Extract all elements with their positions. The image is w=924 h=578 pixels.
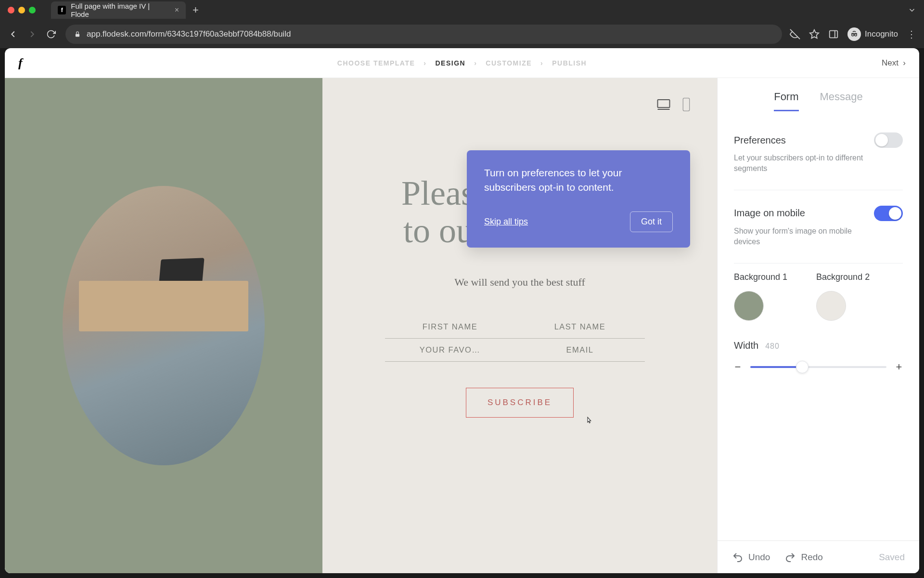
chevron-right-icon: › xyxy=(540,59,543,67)
svg-rect-3 xyxy=(830,31,838,38)
forward-button[interactable] xyxy=(27,29,38,39)
incognito-icon xyxy=(847,27,861,41)
incognito-label: Incognito xyxy=(865,29,898,39)
tab-form[interactable]: Form xyxy=(774,91,798,111)
lock-icon xyxy=(74,31,81,38)
browser-tabs: f Full page with image IV | Flode × + xyxy=(51,1,199,19)
next-button[interactable]: Next › xyxy=(882,58,906,68)
device-preview-toggle xyxy=(656,97,691,112)
eye-off-icon[interactable] xyxy=(790,29,800,39)
last-name-field[interactable]: LAST NAME xyxy=(515,315,645,338)
redo-button[interactable]: Redo xyxy=(784,552,822,563)
tooltip-text: Turn on preferences to let your subscrib… xyxy=(484,166,673,195)
svg-rect-9 xyxy=(683,98,689,111)
bottom-bar: Undo Redo Saved xyxy=(718,540,919,573)
titlebar: f Full page with image IV | Flode × + xyxy=(0,0,924,20)
main-area: FREE Please, subscribe to our newsletter… xyxy=(5,78,919,573)
canvas: FREE Please, subscribe to our newsletter… xyxy=(5,78,717,573)
favorite-field[interactable]: YOUR FAVO… xyxy=(385,339,515,361)
step-publish[interactable]: PUBLISH xyxy=(552,59,587,67)
panel-icon[interactable] xyxy=(828,29,839,39)
image-mobile-desc: Show your form's image on mobile devices xyxy=(734,226,869,248)
setting-preferences: Preferences Let your subscribers opt-in … xyxy=(734,126,903,181)
star-icon[interactable] xyxy=(809,29,820,39)
favicon: f xyxy=(58,6,66,14)
svg-marker-2 xyxy=(810,30,819,38)
bg2-swatch[interactable] xyxy=(816,291,846,321)
width-slider: − + xyxy=(734,361,903,373)
undo-button[interactable]: Undo xyxy=(732,552,770,563)
step-choose-template[interactable]: CHOOSE TEMPLATE xyxy=(337,59,415,67)
form-inputs: FIRST NAME LAST NAME YOUR FAVO… EMAIL xyxy=(385,315,645,362)
app-header: f CHOOSE TEMPLATE › DESIGN › CUSTOMIZE ›… xyxy=(5,48,919,78)
chevron-right-icon: › xyxy=(474,59,477,67)
desktop-preview-icon[interactable] xyxy=(656,97,671,112)
subscribe-button[interactable]: SUBSCRIBE xyxy=(466,388,574,418)
tab-title: Full page with image IV | Flode xyxy=(71,2,166,18)
close-window-button[interactable] xyxy=(8,7,14,13)
tabs-dropdown-icon[interactable] xyxy=(908,6,916,14)
app-window: f CHOOSE TEMPLATE › DESIGN › CUSTOMIZE ›… xyxy=(5,48,919,573)
panel-tabs: Form Message xyxy=(718,78,919,111)
width-setting: Width 480 xyxy=(734,340,903,351)
width-label: Width xyxy=(734,340,758,351)
url-text: app.flodesk.com/form/6343c197f60a3ebbf70… xyxy=(87,29,291,39)
menu-button[interactable]: ⋮ xyxy=(907,28,916,40)
image-mobile-title: Image on mobile xyxy=(734,208,805,219)
preferences-title: Preferences xyxy=(734,135,786,146)
image-mobile-toggle[interactable] xyxy=(874,206,903,221)
reload-button[interactable] xyxy=(46,29,58,39)
panel-body: Preferences Let your subscribers opt-in … xyxy=(718,111,919,540)
email-field[interactable]: EMAIL xyxy=(515,339,645,361)
svg-rect-0 xyxy=(76,34,79,37)
tab-message[interactable]: Message xyxy=(820,91,863,111)
bg2-label: Background 2 xyxy=(816,272,870,282)
width-slider-thumb[interactable] xyxy=(796,361,808,373)
preferences-toggle[interactable] xyxy=(874,132,903,148)
bg1-swatch[interactable] xyxy=(734,291,764,321)
back-button[interactable] xyxy=(8,29,19,39)
step-design[interactable]: DESIGN xyxy=(435,59,465,67)
svg-rect-7 xyxy=(658,100,670,107)
settings-panel: Form Message Preferences Let your subscr… xyxy=(717,78,919,573)
preferences-desc: Let your subscribers opt-in to different… xyxy=(734,153,869,174)
width-value: 480 xyxy=(765,342,780,351)
minimize-window-button[interactable] xyxy=(18,7,25,13)
chevron-right-icon: › xyxy=(424,59,426,67)
background-settings: Background 1 Background 2 xyxy=(734,272,903,321)
got-it-button[interactable]: Got it xyxy=(630,211,673,232)
browser-chrome: f Full page with image IV | Flode × + ap… xyxy=(0,0,924,48)
saved-status: Saved xyxy=(879,552,905,563)
browser-tab[interactable]: f Full page with image IV | Flode × xyxy=(51,1,186,19)
maximize-window-button[interactable] xyxy=(29,7,36,13)
divider xyxy=(734,190,903,190)
breadcrumb: CHOOSE TEMPLATE › DESIGN › CUSTOMIZE › P… xyxy=(337,59,587,67)
width-increase-button[interactable]: + xyxy=(895,361,903,373)
svg-point-5 xyxy=(852,34,854,36)
skip-tips-link[interactable]: Skip all tips xyxy=(484,217,528,227)
incognito-badge[interactable]: Incognito xyxy=(847,27,898,41)
logo[interactable]: f xyxy=(18,56,23,70)
cursor-icon xyxy=(585,415,593,426)
step-customize[interactable]: CUSTOMIZE xyxy=(486,59,532,67)
window-controls xyxy=(8,7,36,13)
form-image-panel[interactable] xyxy=(5,78,322,573)
first-name-field[interactable]: FIRST NAME xyxy=(385,315,515,338)
address-bar[interactable]: app.flodesk.com/form/6343c197f60a3ebbf70… xyxy=(65,25,782,44)
setting-image-mobile: Image on mobile Show your form's image o… xyxy=(734,199,903,254)
new-tab-button[interactable]: + xyxy=(192,4,199,16)
mobile-preview-icon[interactable] xyxy=(681,97,691,112)
width-decrease-button[interactable]: − xyxy=(734,361,742,373)
form-subtext[interactable]: We will send you the best stuff xyxy=(385,276,654,289)
nav-toolbar: app.flodesk.com/form/6343c197f60a3ebbf70… xyxy=(0,20,924,48)
form-image xyxy=(63,186,265,465)
divider xyxy=(734,263,903,263)
bg1-label: Background 1 xyxy=(734,272,787,282)
width-slider-track[interactable] xyxy=(750,366,886,368)
onboarding-tooltip: Turn on preferences to let your subscrib… xyxy=(467,150,690,248)
close-tab-icon[interactable]: × xyxy=(175,6,179,14)
toolbar-right: Incognito ⋮ xyxy=(790,27,916,41)
svg-point-6 xyxy=(855,34,857,36)
